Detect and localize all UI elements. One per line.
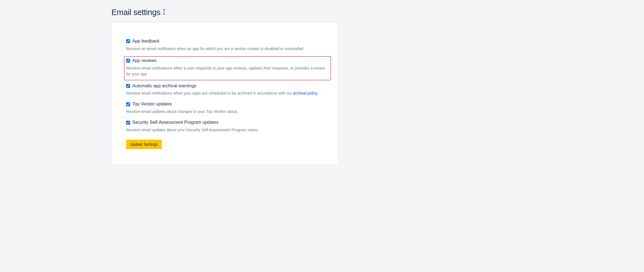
checkbox-top-vendor[interactable] (126, 102, 130, 106)
description-app-feedback: Receive an email notification when an ap… (126, 46, 323, 52)
description-archival-prefix: Receive email notifications when your ap… (126, 91, 293, 95)
setting-row-archival-warnings: Automatic app archival warnings Receive … (126, 83, 323, 97)
setting-row-security-self-assessment: Security Self-Assessment Program updates… (126, 120, 323, 133)
description-archival-warnings: Receive email notifications when your ap… (126, 90, 323, 96)
checkbox-app-reviews[interactable] (126, 59, 130, 63)
checkbox-archival-warnings[interactable] (126, 84, 130, 88)
settings-panel: App feedback Receive an email notificati… (111, 23, 338, 165)
archival-policy-link[interactable]: archival policy (293, 91, 317, 95)
setting-row-app-reviews: App reviews Receive email notifications … (124, 56, 331, 80)
update-settings-button[interactable]: Update Settings (126, 140, 162, 149)
description-top-vendor: Receive email updates about changes to y… (126, 109, 323, 115)
setting-row-top-vendor: Top Vendor updates Receive email updates… (126, 101, 323, 115)
label-top-vendor: Top Vendor updates (132, 101, 172, 107)
checkbox-security-self-assessment[interactable] (126, 121, 130, 125)
label-security-self-assessment: Security Self-Assessment Program updates (132, 120, 218, 125)
label-app-reviews: App reviews (132, 58, 156, 64)
page-title: Email settings (111, 8, 644, 17)
description-archival-suffix: . (317, 91, 318, 95)
description-app-reviews: Receive email notifications when a user … (126, 65, 329, 77)
label-archival-warnings: Automatic app archival warnings (132, 83, 196, 89)
checkbox-app-feedback[interactable] (126, 39, 130, 43)
description-security-self-assessment: Receive email updates about your Securit… (126, 127, 323, 133)
setting-row-app-feedback: App feedback Receive an email notificati… (126, 38, 323, 52)
label-app-feedback: App feedback (132, 38, 160, 44)
